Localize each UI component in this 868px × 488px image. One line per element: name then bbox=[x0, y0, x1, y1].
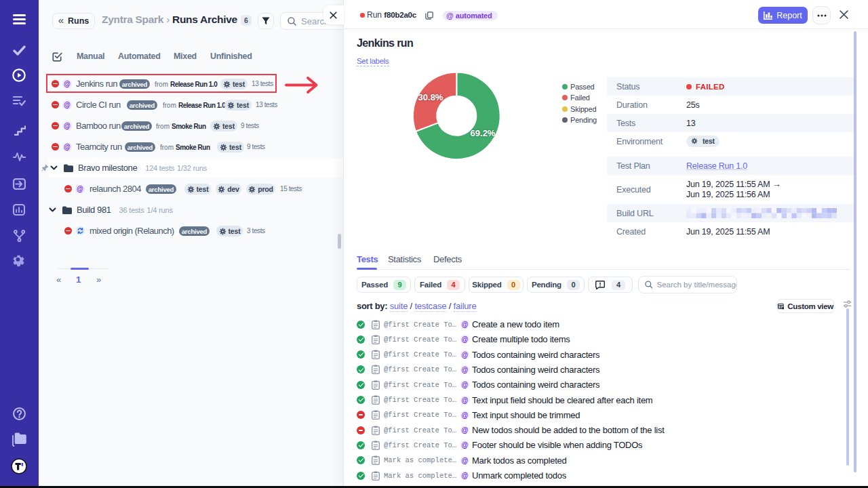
svg-text:30.8%: 30.8% bbox=[418, 92, 443, 102]
svg-text:69.2%: 69.2% bbox=[471, 128, 496, 138]
